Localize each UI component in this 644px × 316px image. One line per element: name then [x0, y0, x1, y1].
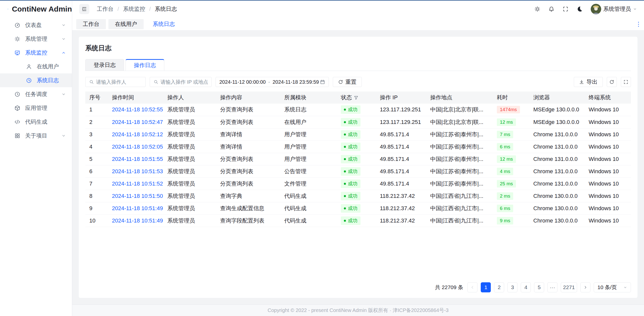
time-link[interactable]: 2024-11-18 10:52:12 — [112, 131, 163, 138]
user-icon — [26, 64, 32, 70]
status-cell: 成功 — [337, 190, 376, 202]
module-cell: 在线用户 — [280, 116, 337, 128]
brand-logo-icon — [8, 5, 8, 14]
monitor-icon — [14, 50, 20, 56]
time-link[interactable]: 2024-11-18 10:51:49 — [112, 217, 163, 224]
user-menu[interactable]: 系统管理员 — [591, 4, 637, 14]
sidebar-item-label: 应用管理 — [25, 104, 66, 112]
status-dot-icon — [344, 121, 346, 123]
content-cell: 查询详情 — [216, 128, 280, 141]
duration-badge: 25 ms — [497, 180, 516, 188]
seq-cell: 6 — [85, 165, 108, 177]
table-row: 12024-11-18 10:52:55系统管理员分页查询列表系统日志成功123… — [85, 104, 631, 116]
module-cell: 系统日志 — [280, 104, 337, 116]
content-cell: 分页查询列表 — [216, 116, 280, 128]
time-link[interactable]: 2024-11-18 10:52:05 — [112, 144, 163, 150]
operator-cell: 系统管理员 — [163, 128, 216, 141]
status-cell: 成功 — [337, 116, 376, 128]
next-page-button[interactable] — [580, 282, 590, 292]
operator-search-field[interactable] — [96, 79, 142, 85]
page-button-5[interactable]: 5 — [534, 282, 544, 292]
page-button-1[interactable]: 1 — [481, 282, 491, 292]
time-link[interactable]: 2024-11-18 10:52:55 — [112, 106, 163, 113]
browser-cell: MSEdge 130.0.0.0 — [529, 116, 585, 128]
browser-cell: Chrome 131.0.0.0 — [529, 141, 585, 153]
sidebar-item-关于项目[interactable]: 关于项目 — [0, 129, 72, 143]
sidebar-item-应用管理[interactable]: 应用管理 — [0, 101, 72, 115]
open-tab-在线用户[interactable]: 在线用户 — [108, 19, 144, 29]
ip-search-field[interactable] — [160, 79, 208, 85]
chevron-down-icon — [61, 133, 66, 138]
column-header-操作时间: 操作时间 — [108, 92, 163, 104]
table-fullscreen-button[interactable] — [621, 77, 631, 87]
duration-cell: 4 ms — [493, 165, 529, 177]
time-link[interactable]: 2024-11-18 10:51:52 — [112, 180, 163, 187]
module-cell: 代码生成 — [280, 202, 337, 214]
box-icon — [14, 105, 20, 111]
dark-mode-moon-icon[interactable] — [577, 6, 583, 12]
filter-icon[interactable] — [354, 96, 358, 100]
page-button-3[interactable]: 3 — [507, 282, 517, 292]
topbar: 工作台/系统监控/系统日志 系统管理员 — [72, 0, 644, 18]
refresh-table-button[interactable] — [607, 77, 617, 87]
grid-icon — [14, 133, 20, 139]
log-tab-操作日志[interactable]: 操作日志 — [126, 59, 164, 71]
time-link[interactable]: 2024-11-18 10:51:53 — [112, 168, 163, 174]
column-header-所属模块: 所属模块 — [280, 92, 337, 104]
tab-more-icon[interactable]: ⋮ — [635, 21, 641, 27]
sidebar-item-在线用户[interactable]: 在线用户 — [0, 60, 72, 73]
main-column: 工作台/系统监控/系统日志 系统管理员 工作台在线用户系统日志⋮ — [72, 0, 644, 316]
duration-cell: 2 ms — [493, 190, 529, 202]
export-button[interactable]: 导出 — [574, 77, 603, 87]
status-cell: 成功 — [337, 214, 376, 227]
os-cell: Windows 10 — [585, 128, 631, 141]
open-tab-工作台[interactable]: 工作台 — [76, 19, 106, 29]
sidebar-item-代码生成[interactable]: 代码生成 — [0, 115, 72, 129]
log-tab-登录日志[interactable]: 登录日志 — [85, 59, 124, 71]
operator-cell: 系统管理员 — [163, 104, 216, 116]
settings-icon[interactable] — [534, 6, 540, 12]
page-button-2271[interactable]: 2271 — [561, 282, 577, 292]
sidebar-item-任务调度[interactable]: 任务调度 — [0, 87, 72, 101]
open-tab-系统日志[interactable]: 系统日志 — [146, 19, 181, 29]
breadcrumb-item[interactable]: 系统监控 — [123, 5, 145, 13]
time-link[interactable]: 2024-11-18 10:51:50 — [112, 193, 163, 199]
time-link[interactable]: 2024-11-18 10:52:47 — [112, 119, 163, 125]
sidebar-item-系统管理[interactable]: 系统管理 — [0, 32, 72, 46]
export-button-label: 导出 — [586, 78, 597, 86]
seq-cell: 5 — [85, 153, 108, 165]
status-cell: 成功 — [337, 141, 376, 153]
brand[interactable]: ContiNew Admin — [0, 0, 72, 18]
content-area: 系统日志 登录日志操作日志 2024-11-12 00:00:00 - 20 — [72, 30, 644, 304]
operator-cell: 系统管理员 — [163, 116, 216, 128]
reset-button[interactable]: 重置 — [333, 77, 362, 87]
breadcrumb-item[interactable]: 工作台 — [97, 5, 113, 13]
calendar-icon — [320, 79, 325, 84]
notification-bell-icon[interactable] — [548, 6, 554, 12]
fullscreen-icon[interactable] — [562, 6, 569, 12]
page-ellipsis-button[interactable]: ··· — [547, 282, 557, 292]
column-header-操作 IP: 操作 IP — [376, 92, 426, 104]
page-size-select[interactable]: 10 条/页 — [594, 282, 631, 292]
sidebar-item-系统日志[interactable]: 系统日志 — [0, 73, 72, 87]
status-cell: 成功 — [337, 165, 376, 177]
time-link[interactable]: 2024-11-18 10:51:49 — [112, 205, 163, 211]
sidebar-item-label: 任务调度 — [25, 91, 61, 98]
prev-page-button[interactable] — [467, 282, 477, 292]
content-cell: 分页查询列表 — [216, 104, 280, 116]
sidebar-item-系统监控[interactable]: 系统监控 — [0, 46, 72, 60]
collapse-sidebar-button[interactable] — [79, 4, 89, 14]
operator-search-input[interactable] — [85, 77, 146, 87]
status-badge: 成功 — [341, 118, 360, 126]
sidebar-item-仪表盘[interactable]: 仪表盘 — [0, 18, 72, 32]
date-range-picker[interactable]: 2024-11-12 00:00:00 - 2024-11-18 23:59:5… — [216, 77, 329, 87]
status-dot-icon — [344, 146, 346, 148]
time-link[interactable]: 2024-11-18 10:51:55 — [112, 156, 163, 162]
page-button-4[interactable]: 4 — [521, 282, 531, 292]
breadcrumb-item[interactable]: 系统日志 — [155, 5, 177, 13]
page-size-value: 10 条/页 — [597, 284, 617, 291]
window-top-edge — [0, 0, 644, 1]
page-button-2[interactable]: 2 — [494, 282, 504, 292]
location-cell: 中国|江苏省|泰州市|... — [426, 165, 493, 177]
ip-search-input[interactable] — [150, 77, 212, 87]
